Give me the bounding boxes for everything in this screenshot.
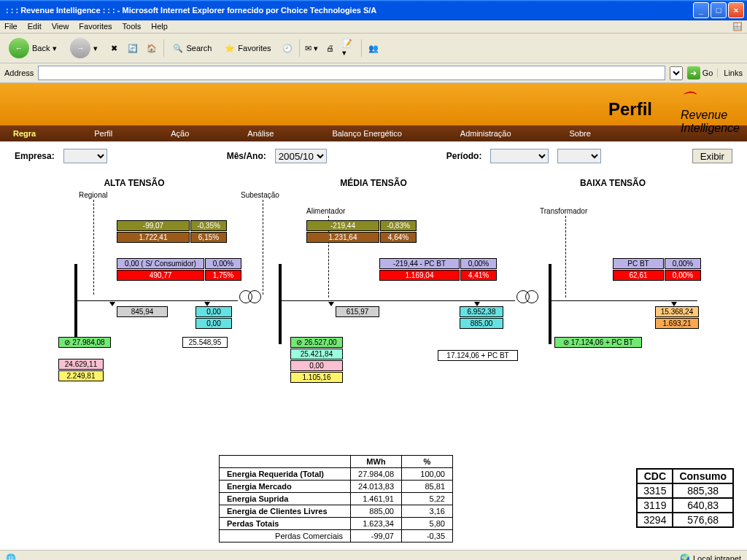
media-loss-val: -219,44 <box>306 220 379 231</box>
media-loss-pct: -0,83% <box>380 220 417 231</box>
baixa-lav-pct: 0,00% <box>665 258 701 269</box>
nav-tabs: Regra Perfil Ação Análise Balanço Energé… <box>0 125 747 141</box>
transformer1-icon <box>239 290 261 305</box>
tab-balanco[interactable]: Balanço Energético <box>332 129 401 138</box>
alta-loss-val: -99,07 <box>117 220 190 231</box>
label-regional: Regional <box>79 191 107 199</box>
label-mesano: Mês/Ano: <box>227 151 266 161</box>
exibir-button[interactable]: Exibir <box>692 149 732 163</box>
minimize-button[interactable]: _ <box>693 2 709 18</box>
label-alimentador: Alimentador <box>306 207 345 215</box>
address-label: Address <box>4 69 34 77</box>
alta-pink: 24.629,11 <box>58 359 104 370</box>
alta-cyan1: 0,00 <box>196 306 232 317</box>
cdc-table: CDCConsumo 3315885,38 3119640,83 3294576… <box>636 468 734 528</box>
select-mesano[interactable]: 2005/10 <box>275 149 327 163</box>
tab-sobre[interactable]: Sobre <box>570 129 591 138</box>
baixa-ltorange: 15.368,24 <box>655 306 699 317</box>
ie-logo-icon: 🪟 <box>732 22 743 31</box>
media-yellow: 1.105,16 <box>290 372 343 383</box>
history-button[interactable]: 🕘 <box>280 41 295 55</box>
select-periodo-to[interactable] <box>557 149 601 163</box>
menu-favorites[interactable]: Favorites <box>79 22 112 31</box>
forward-button[interactable]: → ▾ <box>66 36 102 60</box>
filter-row: Empresa: Mês/Ano: 2005/10 Período: Exibi… <box>15 149 732 163</box>
menu-tools[interactable]: Tools <box>123 22 142 31</box>
energy-diagram: Regional Subestação Alimentador Transfor… <box>15 191 732 395</box>
page-viewport: Perfil ⌒ RevenueIntelligence Regra Perfi… <box>0 83 747 550</box>
select-empresa[interactable] <box>63 149 107 163</box>
alta-lav-val: 0,00 ( S/ Consumidor) <box>117 258 204 269</box>
menu-edit[interactable]: Edit <box>28 22 42 31</box>
media-lav-pct: 0,00% <box>460 258 497 269</box>
favorites-button[interactable]: ⭐ Favorites <box>220 42 275 55</box>
zone-icon: 🌍 <box>680 553 690 560</box>
forward-icon: → <box>70 38 90 58</box>
col-media: MÉDIA TENSÃO <box>254 178 493 188</box>
back-button[interactable]: ← Back ▾ <box>4 36 61 60</box>
media-brown-val: 1.231,64 <box>306 232 379 243</box>
menu-view[interactable]: View <box>52 22 69 31</box>
alta-brown-val: 1.722,41 <box>117 232 190 243</box>
alta-loss-pct: -0,35% <box>190 220 227 231</box>
media-red-val: 1.169,04 <box>379 270 460 281</box>
label-empresa: Empresa: <box>15 151 55 161</box>
links-label[interactable]: Links <box>717 69 743 77</box>
page-title: Perfil <box>608 99 652 120</box>
baixa-red-pct: 0,00% <box>665 270 701 281</box>
refresh-button[interactable]: 🔄 <box>125 41 140 55</box>
address-input[interactable] <box>38 66 665 80</box>
content-area: Empresa: Mês/Ano: 2005/10 Período: Exibi… <box>0 141 747 550</box>
baixa-lav-val: PC BT <box>613 258 664 269</box>
baixa-red-val: 62,61 <box>613 270 664 281</box>
toolbar: ← Back ▾ → ▾ ✖ 🔄 🏠 🔍 Search ⭐ Favorites … <box>0 34 747 63</box>
tab-regra[interactable]: Regra <box>13 129 36 138</box>
home-button[interactable]: 🏠 <box>144 41 159 55</box>
media-gray: 615,97 <box>336 306 379 317</box>
alta-cyan2: 0,00 <box>196 318 232 329</box>
baixa-orange: 1.693,21 <box>655 318 699 329</box>
menu-help[interactable]: Help <box>151 22 168 31</box>
status-icon: 🌐 <box>6 553 16 560</box>
media-green: ⊘ 26.527,00 <box>290 337 343 348</box>
label-subestacao: Subestação <box>241 191 279 199</box>
messenger-button[interactable]: 👥 <box>366 41 381 55</box>
alta-brown-pct: 6,15% <box>190 232 227 243</box>
brand-logo: ⌒ RevenueIntelligence <box>681 89 740 135</box>
tab-perfil[interactable]: Perfil <box>94 129 112 138</box>
tab-admin[interactable]: Administração <box>460 129 511 138</box>
print-button[interactable]: 🖨 <box>323 41 338 55</box>
baixa-green: ⊘ 17.124,06 + PC BT <box>554 337 642 348</box>
alta-yellow: 2.249,81 <box>58 370 104 381</box>
col-baixa: BAIXA TENSÃO <box>493 178 732 188</box>
media-brown-pct: 4,64% <box>380 232 417 243</box>
window-title: : : : Revenue Intelligence : : : - Micro… <box>3 6 693 15</box>
window-titlebar: : : : Revenue Intelligence : : : - Micro… <box>0 0 747 20</box>
tab-analise[interactable]: Análise <box>247 129 274 138</box>
alta-gray: 845,94 <box>117 306 168 317</box>
col-alta: ALTA TENSÃO <box>15 178 254 188</box>
menu-file[interactable]: File <box>4 22 18 31</box>
transformer2-icon <box>516 290 538 305</box>
summary-table: MWh% Energia Requerida (Total)27.984,081… <box>219 455 453 542</box>
alta-white: 25.548,95 <box>182 337 228 348</box>
media-cyan1: 6.952,38 <box>460 306 503 317</box>
stop-button[interactable]: ✖ <box>107 41 121 55</box>
go-button[interactable]: ➜ Go <box>687 66 713 79</box>
edit-button[interactable]: 📝 ▾ <box>342 41 357 55</box>
page-header: Perfil ⌒ RevenueIntelligence <box>0 83 747 125</box>
label-periodo: Período: <box>446 151 482 161</box>
alta-green: ⊘ 27.984,08 <box>58 337 111 348</box>
search-button[interactable]: 🔍 Search <box>169 42 216 55</box>
select-periodo-from[interactable] <box>490 149 549 163</box>
label-transformador: Transformador <box>540 207 587 215</box>
statusbar: 🌐 🌍 Local intranet <box>0 550 747 560</box>
alta-lav-pct: 0,00% <box>205 258 241 269</box>
media-lav-val: -219,44 - PC BT <box>379 258 460 269</box>
address-dropdown[interactable] <box>670 66 683 80</box>
mail-button[interactable]: ✉ ▾ <box>304 41 319 55</box>
maximize-button[interactable]: □ <box>711 2 727 18</box>
tab-acao[interactable]: Ação <box>171 129 189 138</box>
media-white: 17.124,06 + PC BT <box>438 350 518 361</box>
close-button[interactable]: × <box>728 2 744 18</box>
